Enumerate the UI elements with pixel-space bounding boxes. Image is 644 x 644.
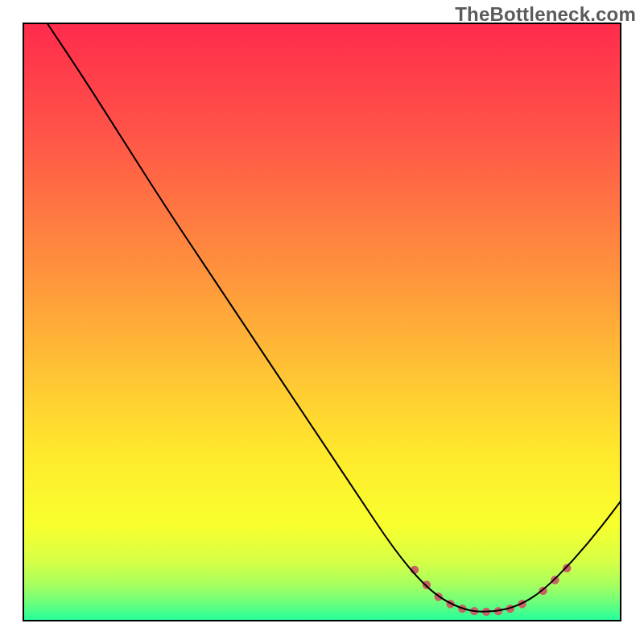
- highlight-dot: [423, 580, 431, 588]
- chart-svg: [0, 0, 644, 644]
- watermark-text: TheBottleneck.com: [455, 3, 636, 26]
- highlight-dot: [563, 564, 571, 572]
- chart-container: TheBottleneck.com: [0, 0, 644, 644]
- plot-background: [23, 23, 621, 621]
- highlight-dot: [551, 576, 559, 584]
